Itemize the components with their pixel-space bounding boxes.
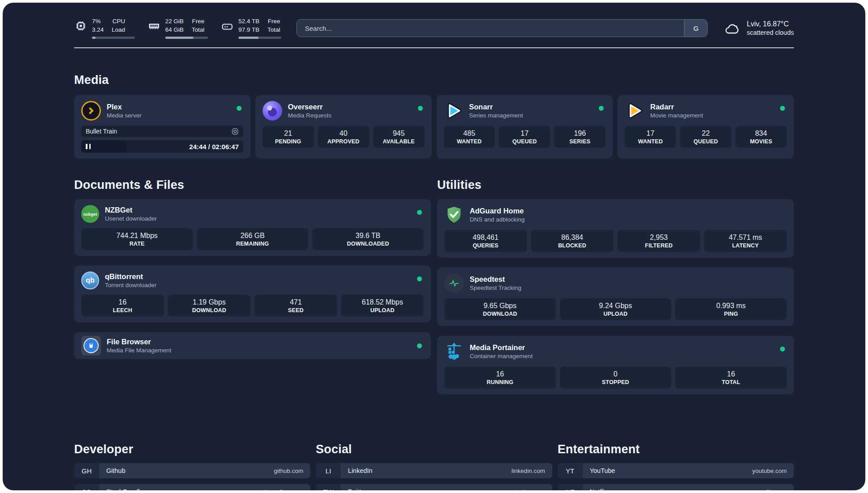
now-playing-title: Bullet Train xyxy=(86,128,117,135)
stat-tile: 485WANTED xyxy=(444,126,495,148)
app-card-plex[interactable]: Plex Media server Bullet Train 24:44 / 0… xyxy=(74,95,250,159)
app-card-filebrowser[interactable]: File Browser Media File Management xyxy=(74,332,431,359)
links-column-social: Social LI LinkedInlinkedin.com TW Twitte… xyxy=(316,418,552,490)
section-title-documents: Documents & Files xyxy=(74,178,431,192)
plex-icon xyxy=(81,101,101,121)
app-subtitle: Speedtest Tracking xyxy=(470,284,522,291)
links-column-entertainment: Entertainment YT YouTubeyoutube.com NF N… xyxy=(558,418,794,490)
app-name: NZBGet xyxy=(105,206,157,214)
stat-tile: 86,384BLOCKED xyxy=(531,230,613,252)
stat-tile: 266 GBREMAINING xyxy=(197,228,309,250)
app-card-radarr[interactable]: Radarr Movie management 17WANTED 22QUEUE… xyxy=(618,95,794,159)
disk-icon xyxy=(221,19,234,33)
stat-tile: 744.21 MbpsRATE xyxy=(81,228,193,250)
weather-condition: scattered clouds xyxy=(747,29,794,36)
link-abbr: GH xyxy=(74,463,99,478)
playback-progress-bar[interactable]: 24:44 / 02:06:47 xyxy=(81,140,243,153)
stat-tile: 0.993 msPING xyxy=(675,298,787,320)
stat-tile: 21PENDING xyxy=(263,126,314,148)
app-card-sonarr[interactable]: Sonarr Series management 485WANTED 17QUE… xyxy=(437,95,613,159)
app-subtitle: Container management xyxy=(470,353,533,359)
app-subtitle: Movie management xyxy=(650,112,703,119)
link-row-netflix[interactable]: NF Netflixnetflix.com xyxy=(558,484,794,490)
pause-button[interactable] xyxy=(86,144,91,149)
link-row-linkedin[interactable]: LI LinkedInlinkedin.com xyxy=(316,463,552,478)
app-subtitle: DNS and adblocking xyxy=(470,216,525,223)
app-name: File Browser xyxy=(107,338,171,346)
qbittorrent-icon: qb xyxy=(81,272,99,289)
stat-tile: 47.571 msLATENCY xyxy=(704,230,787,252)
app-name: Sonarr xyxy=(469,103,523,111)
search-provider-button[interactable]: G xyxy=(684,20,707,37)
stat-tile: 471SEED xyxy=(255,295,337,317)
weather-widget: Lviv, 16.87°C scattered clouds xyxy=(723,20,794,36)
app-subtitle: Torrent downloader xyxy=(105,282,157,288)
stat-tile: 9.24 GbpsUPLOAD xyxy=(560,298,672,320)
section-title-utilities: Utilities xyxy=(437,178,794,192)
stat-tile: 945AVAILABLE xyxy=(373,126,425,148)
stat-tile: 16RUNNING xyxy=(444,367,556,389)
link-row-github[interactable]: GH Githubgithub.com xyxy=(74,463,310,478)
links-column-developer: Developer GH Githubgithub.com SO StackOv… xyxy=(74,418,310,490)
stat-tile: 17WANTED xyxy=(625,126,676,148)
nzbget-icon: nzbget xyxy=(81,205,99,223)
app-card-qbittorrent[interactable]: qb qBittorrent Torrent downloader 16LEEC… xyxy=(74,266,431,322)
playback-time: 24:44 / 02:06:47 xyxy=(189,143,243,150)
cpu-usage: 7% xyxy=(92,17,104,25)
link-row-youtube[interactable]: YT YouTubeyoutube.com xyxy=(558,463,794,478)
stat-tile: 9.65 GbpsDOWNLOAD xyxy=(444,298,556,320)
link-abbr: LI xyxy=(316,463,341,478)
cpu-loadavg: 3.24 xyxy=(92,26,104,34)
stat-tile: 40APPROVED xyxy=(318,126,369,148)
search-input[interactable] xyxy=(297,20,684,37)
stat-tile: 2,953FILTERED xyxy=(618,230,700,252)
weather-location: Lviv, 16.87°C xyxy=(747,20,794,28)
link-row-stackoverflow[interactable]: SO StackOverflowstackoverflow.com xyxy=(74,484,310,490)
stat-tile: 196SERIES xyxy=(554,126,605,148)
app-card-overseerr[interactable]: Overseerr Media Requests 21PENDING 40APP… xyxy=(255,95,432,159)
session-device-icon xyxy=(231,128,239,135)
app-subtitle: Series management xyxy=(469,112,523,119)
link-abbr: TW xyxy=(316,484,341,490)
section-title-media: Media xyxy=(74,73,794,87)
memory-stat: 22 GiB 64 GiB Free Total xyxy=(147,17,208,38)
speedtest-icon xyxy=(444,273,464,293)
stat-tile: 39.6 TBDOWNLOADED xyxy=(312,228,424,250)
app-card-nzbget[interactable]: nzbget NZBGet Usenet downloader 744.21 M… xyxy=(74,199,431,256)
disk-total: 97.9 TB xyxy=(238,26,259,34)
cpu-stat: 7% 3.24 CPU Load xyxy=(74,17,135,38)
app-name: Overseerr xyxy=(288,103,332,111)
section-title-entertainment: Entertainment xyxy=(558,443,794,456)
link-row-twitter[interactable]: TW Twittertwitter.com xyxy=(316,484,552,490)
status-dot xyxy=(780,106,785,111)
memory-total: 64 GiB xyxy=(165,26,184,34)
app-name: Plex xyxy=(107,103,142,111)
app-card-speedtest[interactable]: Speedtest Speedtest Tracking 9.65 GbpsDO… xyxy=(437,267,794,326)
status-dot xyxy=(418,106,423,111)
app-card-adguard[interactable]: AdGuard Home DNS and adblocking 498,461Q… xyxy=(437,199,794,258)
stat-tile: 498,461QUERIES xyxy=(444,230,527,252)
link-abbr: YT xyxy=(558,463,583,478)
link-abbr: NF xyxy=(558,484,583,490)
documents-column: Documents & Files nzbget NZBGet Usenet d… xyxy=(74,178,431,359)
disk-stat: 52.4 TB 97.9 TB Free Total xyxy=(221,17,281,38)
app-name: Radarr xyxy=(650,103,703,111)
app-name: Media Portainer xyxy=(470,343,533,352)
now-playing-row: Bullet Train xyxy=(81,125,243,137)
filebrowser-icon xyxy=(81,336,101,355)
stat-tile: 22QUEUED xyxy=(680,126,731,148)
memory-free: 22 GiB xyxy=(165,17,184,25)
link-abbr: SO xyxy=(74,484,99,490)
app-card-portainer[interactable]: Media Portainer Container management 16R… xyxy=(437,336,794,394)
overseerr-icon xyxy=(263,101,282,121)
app-name: AdGuard Home xyxy=(470,207,525,215)
section-title-social: Social xyxy=(316,443,552,456)
system-stats: 7% 3.24 CPU Load xyxy=(74,17,281,38)
memory-progress-bar xyxy=(165,37,208,39)
stat-tile: 17QUEUED xyxy=(499,126,550,148)
dashboard-panel: 7% 3.24 CPU Load xyxy=(3,3,865,490)
app-subtitle: Media File Management xyxy=(107,347,171,354)
search-bar: G xyxy=(296,19,708,37)
status-dot xyxy=(237,106,242,111)
cpu-icon xyxy=(74,19,88,33)
